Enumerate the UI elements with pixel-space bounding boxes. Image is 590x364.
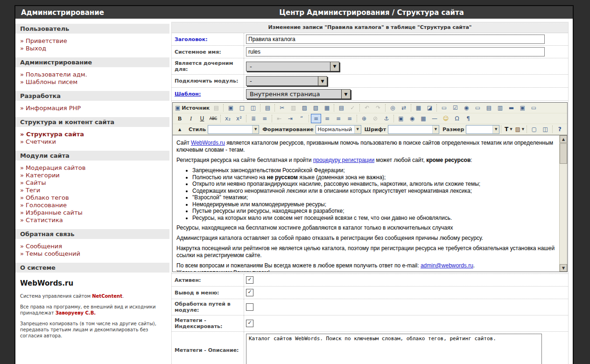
preview-icon[interactable]: ◫ [248, 103, 258, 112]
dropdown-arrow-icon[interactable]: ▼ [341, 90, 350, 98]
module-paths-checkbox[interactable] [246, 303, 253, 311]
unlink-icon[interactable]: ⊘ [370, 114, 380, 123]
font-select[interactable]: ▼ [388, 125, 439, 134]
sidebar-item-mail-templates[interactable]: » Шаблоны писем [20, 78, 169, 86]
image-icon[interactable]: ▣ [396, 114, 406, 123]
insert-select-icon[interactable]: ▥ [495, 103, 505, 112]
smiley-icon[interactable]: ☺ [441, 114, 451, 123]
subscript-icon[interactable]: x₂ [223, 114, 233, 123]
sidebar-item-logout[interactable]: » Выход [20, 45, 169, 52]
sidebar-item-tag-cloud[interactable]: » Облако тегов [20, 194, 169, 202]
style-select[interactable]: ▼ [208, 125, 259, 134]
editor-link[interactable]: admin@webwords.ru [421, 262, 473, 269]
templates-icon[interactable]: ▤ [262, 103, 273, 112]
sidebar-item-site-moderation[interactable]: » Модерация сайтов [20, 164, 169, 172]
dropdown-arrow-icon[interactable]: ▼ [432, 126, 439, 133]
insert-radio-icon[interactable]: ◉ [461, 103, 471, 112]
scroll-thumb[interactable] [560, 143, 567, 164]
parent-select[interactable]: - ▼ [246, 62, 339, 71]
bg-color-icon[interactable]: ▨▼ [514, 125, 525, 134]
sidebar-item-statistics[interactable]: » Статистика [20, 217, 169, 224]
source-button[interactable]: ▣Источник [175, 103, 210, 112]
editor-link[interactable]: WebWords.ru [191, 140, 225, 146]
insert-checkbox-icon[interactable]: ☑ [450, 103, 460, 112]
undo-icon[interactable]: ↶ [362, 103, 372, 112]
editor-content[interactable]: Сайт WebWords.ru является каталогом ресу… [173, 135, 559, 272]
dropdown-arrow-icon[interactable]: ▼ [330, 62, 339, 71]
save-icon[interactable]: ▣ [225, 103, 236, 112]
title-label[interactable]: Заголовок: [172, 35, 244, 44]
align-justify-icon[interactable]: ≡ [344, 114, 355, 123]
scroll-up-icon[interactable]: ▲ [560, 135, 567, 143]
module-select[interactable]: - ▼ [246, 76, 327, 86]
meta-description-textarea[interactable]: Каталог сайтов WebWords. Поиск по ключев… [246, 334, 542, 364]
sidebar-item-welcome[interactable]: » Приветствие [20, 37, 169, 45]
sidebar-item-message-topics[interactable]: » Темы сообщений [20, 250, 169, 258]
link-icon[interactable]: ⊕ [359, 114, 369, 123]
doc-props-icon[interactable]: ▤ [211, 103, 221, 112]
strikethrough-icon[interactable]: ABC [208, 114, 218, 123]
title-input[interactable] [246, 35, 545, 44]
page-break-icon[interactable]: ¶ [463, 114, 473, 123]
sidebar-item-site-structure[interactable]: » Структура сайта [20, 131, 169, 138]
insert-button-icon[interactable]: ▬ [506, 103, 516, 112]
sidebar-item-categories[interactable]: » Категории [20, 172, 169, 179]
outdent-icon[interactable]: ⇤ [274, 114, 284, 123]
bold-icon[interactable]: B [175, 114, 185, 123]
sidebar-item-php-info[interactable]: » Информация PHP [20, 105, 169, 112]
text-color-icon[interactable]: T▼ [503, 125, 513, 134]
paste-word-icon[interactable]: ▦ [322, 103, 332, 112]
select-all-icon[interactable]: ▦ [413, 103, 423, 112]
template-label[interactable]: Шаблон: [172, 89, 244, 99]
sidebar-item-admin-users[interactable]: » Пользователи адм. [20, 71, 169, 78]
cut-icon[interactable]: ✂ [277, 103, 287, 112]
italic-icon[interactable]: I [186, 114, 196, 123]
insert-hidden-field-icon[interactable]: ▭ [528, 103, 539, 112]
underline-icon[interactable]: U [197, 114, 207, 123]
unordered-list-icon[interactable]: ≡ [260, 114, 270, 123]
insert-form-icon[interactable]: ▭ [439, 103, 449, 112]
sidebar-item-featured-sites[interactable]: » Избранные сайты [20, 209, 169, 217]
horizontal-rule-icon[interactable]: — [429, 114, 440, 123]
find-icon[interactable]: ◎ [387, 103, 398, 112]
table-icon[interactable]: ▦ [418, 114, 428, 123]
about-icon[interactable]: ? [555, 125, 565, 134]
size-select[interactable]: ▼ [466, 125, 499, 134]
replace-icon[interactable]: ⇄ [399, 103, 409, 112]
format-select[interactable]: Нормальный▼ [316, 125, 361, 134]
redo-icon[interactable]: ↷ [373, 103, 383, 112]
special-char-icon[interactable]: Ω [452, 114, 462, 123]
sidebar-item-counters[interactable]: » Счетчики [20, 138, 169, 146]
align-center-icon[interactable]: ≡ [322, 114, 332, 123]
paste-text-icon[interactable]: ▧ [310, 103, 321, 112]
show-in-menu-checkbox[interactable]: ✓ [246, 289, 253, 296]
remove-format-icon[interactable]: ◪ [424, 103, 435, 112]
indent-icon[interactable]: ⇥ [285, 114, 295, 123]
dropdown-arrow-icon[interactable]: ▼ [492, 126, 499, 133]
align-left-icon[interactable]: ≡ [311, 114, 321, 123]
template-select[interactable]: Внутренняя страница ▼ [246, 89, 351, 99]
superscript-icon[interactable]: x² [234, 114, 244, 123]
editor-link[interactable]: процедуру регистрации [313, 157, 374, 163]
dropdown-arrow-icon[interactable]: ▼ [318, 77, 327, 85]
sidebar-item-messages[interactable]: » Сообщения [20, 243, 169, 250]
ordered-list-icon[interactable]: ≣ [248, 114, 259, 123]
active-checkbox[interactable]: ✓ [246, 276, 253, 284]
flash-icon[interactable]: ◉ [407, 114, 417, 123]
align-right-icon[interactable]: ≡ [333, 114, 344, 123]
dropdown-arrow-icon[interactable]: ▼ [252, 126, 259, 133]
maximize-icon[interactable]: ▢ [529, 125, 539, 134]
insert-text-field-icon[interactable]: ▭ [472, 103, 483, 112]
show-blocks-icon[interactable]: ◫ [540, 125, 550, 134]
blockquote-icon[interactable]: “ [296, 114, 307, 123]
sidebar-item-sites[interactable]: » Сайты [20, 179, 169, 187]
anchor-icon[interactable]: ⚓ [381, 114, 392, 123]
collapse-toolbar-icon[interactable]: ▲ [175, 125, 185, 134]
insert-textarea-icon[interactable]: ▤ [484, 103, 494, 112]
new-page-icon[interactable]: □ [237, 103, 247, 112]
dropdown-arrow-icon[interactable]: ▼ [354, 126, 361, 133]
sidebar-item-voting[interactable]: » Голосование [20, 202, 169, 209]
system-name-input[interactable] [246, 47, 545, 56]
editor-scrollbar[interactable]: ▲ ▼ [559, 135, 567, 272]
spellcheck-icon[interactable]: ✓ [347, 103, 358, 112]
